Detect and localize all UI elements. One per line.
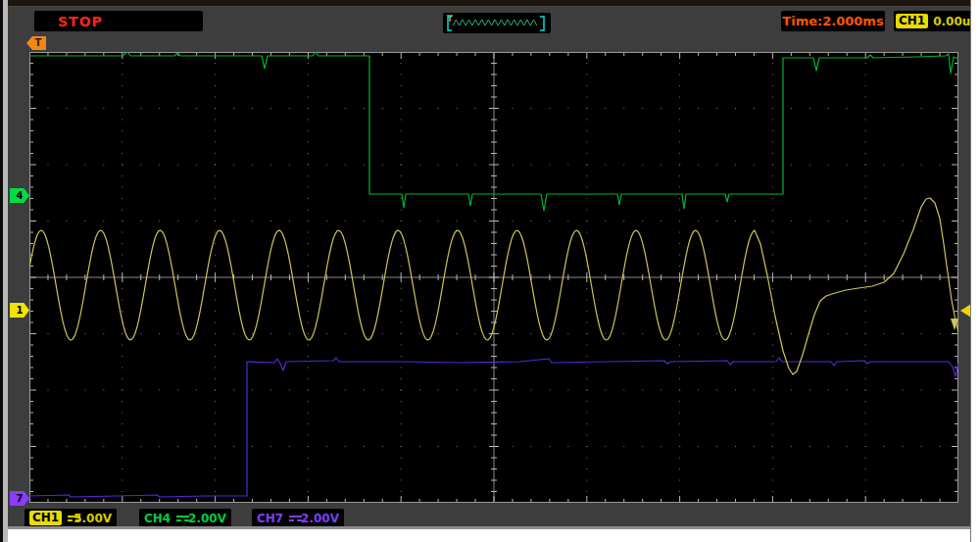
channel-info-ch7[interactable]: CH7 2.00V bbox=[252, 509, 344, 527]
trigger-source-badge: CH1 bbox=[896, 14, 928, 28]
preview-waveform-svg bbox=[443, 13, 551, 33]
scope-background: STOP Time:2.000ms CH1 0.00uV T 417 bbox=[8, 6, 970, 528]
channel-info-ch4[interactable]: CH4 2.00V bbox=[139, 509, 231, 527]
window-bottom-border bbox=[8, 526, 970, 529]
trigger-position-marker[interactable]: T bbox=[26, 36, 46, 50]
channel-marker-ch1[interactable]: 1 bbox=[10, 303, 29, 318]
channel-marker-ch4[interactable]: 4 bbox=[10, 188, 29, 203]
window-right-border bbox=[970, 0, 980, 542]
channel-marker-gutter: 417 bbox=[8, 52, 29, 503]
preview-right-bracket-icon bbox=[540, 17, 544, 30]
ch4-scale-value: 2.00V bbox=[188, 512, 226, 525]
preview-zigzag-wave bbox=[453, 20, 537, 25]
page-background bbox=[0, 529, 980, 542]
timebase-label: Time:2.000ms bbox=[782, 14, 883, 28]
channel-marker-ch7[interactable]: 7 bbox=[10, 491, 29, 506]
oscilloscope-app: STOP Time:2.000ms CH1 0.00uV T 417 bbox=[0, 0, 980, 542]
window-left-border bbox=[3, 0, 8, 542]
trigger-readout[interactable]: CH1 0.00uV bbox=[894, 11, 972, 31]
scope-plot-svg bbox=[29, 52, 958, 503]
ch7-scale-value: 2.00V bbox=[301, 512, 339, 525]
acquisition-status-badge[interactable]: STOP bbox=[34, 11, 203, 31]
trigger-level-value: 0.00uV bbox=[933, 15, 972, 28]
ch1-label-badge: CH1 bbox=[29, 511, 62, 525]
waveform-display[interactable] bbox=[29, 52, 958, 503]
dc-coupling-icon bbox=[176, 515, 182, 522]
ch7-label: CH7 bbox=[257, 512, 283, 525]
timebase-readout[interactable]: Time:2.000ms bbox=[781, 11, 885, 31]
dc-coupling-icon bbox=[289, 515, 295, 522]
ch1-scale-value: 5.00V bbox=[74, 512, 112, 525]
acquisition-status-label: STOP bbox=[58, 14, 103, 29]
ch4-label: CH4 bbox=[144, 512, 171, 525]
channel-info-ch1[interactable]: CH1 5.00V bbox=[24, 509, 117, 527]
window-top-edge bbox=[0, 0, 980, 7]
waveform-preview[interactable] bbox=[443, 13, 551, 33]
